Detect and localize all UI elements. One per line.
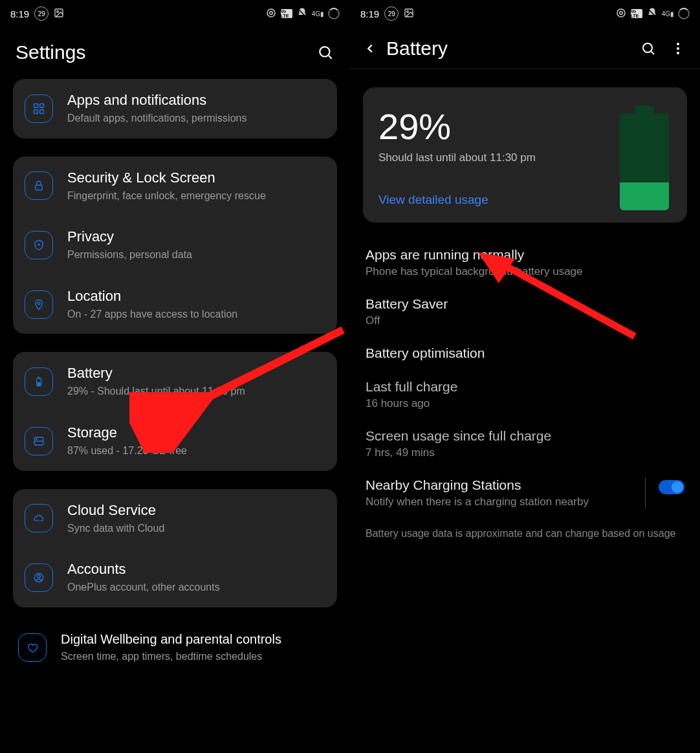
- picture-icon: [54, 8, 64, 20]
- settings-screen: 8:19 29 Vo LTE 4G▮ Settings Apps and not…: [0, 0, 350, 753]
- settings-group-battery: Battery 29% - Should last until about 11…: [13, 352, 337, 470]
- settings-item-title: Apps and notifications: [67, 92, 325, 109]
- volte-icon: Vo LTE: [631, 9, 642, 18]
- item-title: Battery Saver: [366, 296, 684, 312]
- settings-item-sub: 87% used - 17.20 GB free: [67, 444, 325, 458]
- svg-point-26: [617, 9, 625, 17]
- picture-icon: [404, 8, 414, 20]
- footnote: Battery usage data is approximate and ca…: [350, 518, 700, 550]
- settings-item-title: Accounts: [67, 561, 325, 578]
- item-sub: Off: [366, 314, 684, 327]
- svg-rect-8: [40, 104, 44, 107]
- settings-item-sub: Sync data with Cloud: [67, 521, 325, 536]
- settings-item-sub: Default apps, notifications, permissions: [67, 111, 325, 126]
- svg-point-32: [677, 47, 679, 50]
- cloud-icon: [25, 504, 53, 532]
- divider: [645, 477, 646, 508]
- item-sub: 7 hrs, 49 mins: [366, 446, 684, 459]
- svg-point-29: [643, 43, 652, 52]
- item-sub: Notify when there is a charging station …: [366, 496, 632, 508]
- search-icon[interactable]: [639, 39, 657, 58]
- battery-saver-item[interactable]: Battery Saver Off: [350, 287, 700, 336]
- clock: 8:19: [360, 8, 379, 19]
- last-full-charge-item: Last full charge 16 hours ago: [350, 370, 700, 419]
- location-icon: [25, 290, 53, 319]
- item-title: Battery optimisation: [366, 345, 684, 361]
- settings-item-title: Privacy: [67, 228, 325, 245]
- settings-item-battery[interactable]: Battery 29% - Should last until about 11…: [13, 352, 337, 411]
- page-title: Settings: [16, 41, 305, 63]
- settings-item-accounts[interactable]: Accounts OnePlus account, other accounts: [13, 548, 337, 607]
- settings-item-title: Location: [67, 288, 325, 305]
- svg-point-2: [267, 9, 275, 17]
- settings-item-title: Battery: [67, 365, 325, 382]
- settings-item-cloud[interactable]: Cloud Service Sync data with Cloud: [13, 489, 337, 549]
- back-icon[interactable]: [363, 41, 377, 56]
- status-bar: 8:19 29 Vo LTE 4G▮: [350, 0, 700, 23]
- svg-point-13: [38, 301, 40, 304]
- svg-rect-15: [38, 378, 40, 378]
- item-title: Nearby Charging Stations: [366, 477, 632, 493]
- item-title: Last full charge: [366, 379, 684, 395]
- settings-item-title: Storage: [67, 424, 325, 441]
- svg-rect-11: [36, 186, 43, 191]
- item-sub: Phone has typical background battery usa…: [366, 265, 684, 278]
- target-icon: [265, 7, 277, 21]
- svg-rect-7: [34, 104, 38, 107]
- battery-badge-icon: 29: [384, 6, 399, 21]
- settings-item-title: Security & Lock Screen: [67, 169, 325, 186]
- svg-point-3: [269, 11, 272, 14]
- item-sub: 16 hours ago: [366, 397, 684, 410]
- apps-icon: [25, 94, 53, 123]
- spinner-icon: [678, 8, 690, 19]
- svg-point-31: [677, 43, 679, 45]
- battery-summary-card: 29% Should last until about 11:30 pm Vie…: [363, 87, 687, 223]
- mute-icon: [296, 7, 308, 21]
- item-title: Screen usage since full charge: [366, 428, 684, 444]
- settings-item-sub: On - 27 apps have access to location: [67, 307, 325, 322]
- screen-usage-item: Screen usage since full charge 7 hrs, 49…: [350, 419, 700, 468]
- nearby-charging-toggle[interactable]: [659, 480, 684, 494]
- target-icon: [615, 7, 627, 21]
- settings-item-privacy[interactable]: Privacy Permissions, personal data: [13, 215, 337, 275]
- signal-icon: 4G▮: [662, 10, 674, 17]
- battery-optimisation-item[interactable]: Battery optimisation: [350, 336, 700, 370]
- settings-item-sub: Permissions, personal data: [67, 248, 325, 262]
- settings-item-sub: Screen time, app timers, bedtime schedul…: [61, 649, 332, 664]
- svg-line-6: [329, 56, 332, 59]
- settings-item-sub: OnePlus account, other accounts: [67, 580, 325, 595]
- mute-icon: [646, 7, 658, 21]
- settings-item-security[interactable]: Security & Lock Screen Fingerprint, face…: [13, 157, 337, 216]
- lock-icon: [25, 171, 53, 200]
- storage-icon: [25, 427, 53, 455]
- svg-point-25: [407, 10, 409, 12]
- heart-icon: [18, 633, 47, 662]
- battery-graphic-icon: [620, 113, 669, 210]
- battery-icon: [25, 367, 53, 396]
- app-header: Settings: [0, 23, 350, 79]
- svg-point-21: [38, 574, 41, 578]
- settings-group-security: Security & Lock Screen Fingerprint, face…: [13, 157, 337, 334]
- svg-point-27: [619, 11, 622, 14]
- search-icon[interactable]: [316, 43, 334, 61]
- volte-icon: Vo LTE: [281, 9, 292, 18]
- settings-item-apps[interactable]: Apps and notifications Default apps, not…: [13, 79, 337, 138]
- svg-rect-10: [40, 109, 44, 113]
- item-title: Apps are running normally: [366, 247, 684, 263]
- view-detailed-usage-link[interactable]: View detailed usage: [378, 193, 488, 207]
- settings-item-sub: 29% - Should last until about 11:30 pm: [67, 384, 325, 398]
- settings-item-wellbeing[interactable]: Digital Wellbeing and parental controls …: [0, 626, 350, 664]
- nearby-charging-item[interactable]: Nearby Charging Stations Notify when the…: [350, 468, 700, 518]
- more-icon[interactable]: [669, 39, 687, 58]
- status-bar: 8:19 29 Vo LTE 4G▮: [0, 0, 350, 23]
- svg-rect-9: [34, 109, 38, 113]
- settings-item-location[interactable]: Location On - 27 apps have access to loc…: [13, 275, 337, 334]
- settings-group-cloud: Cloud Service Sync data with Cloud Accou…: [13, 489, 337, 607]
- settings-item-storage[interactable]: Storage 87% used - 17.20 GB free: [13, 411, 337, 471]
- apps-status-item[interactable]: Apps are running normally Phone has typi…: [350, 238, 700, 287]
- account-icon: [25, 563, 53, 592]
- app-header: Battery: [350, 23, 700, 69]
- settings-item-title: Cloud Service: [67, 502, 325, 519]
- svg-point-19: [36, 439, 38, 440]
- svg-point-5: [320, 47, 329, 56]
